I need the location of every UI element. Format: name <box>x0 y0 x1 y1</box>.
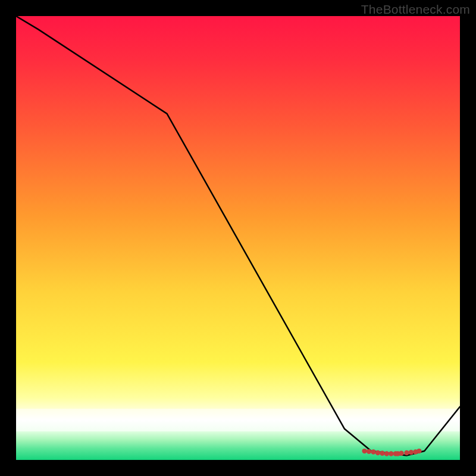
series-line <box>16 16 460 456</box>
chart-frame: TheBottleneck.com <box>0 0 476 476</box>
series-marker <box>404 450 409 455</box>
series-marker <box>399 451 403 456</box>
watermark-text: TheBottleneck.com <box>361 2 470 17</box>
series-marker <box>384 451 389 456</box>
series-marker <box>380 451 384 456</box>
series-marker <box>362 449 367 453</box>
series-marker <box>389 451 393 456</box>
chart-svg <box>16 16 460 460</box>
plot-area <box>16 16 460 460</box>
series-markers <box>362 449 421 456</box>
series-marker <box>416 449 421 453</box>
series-marker <box>375 450 380 455</box>
series-marker <box>409 450 414 455</box>
series-marker <box>367 449 371 454</box>
series-marker <box>371 449 375 454</box>
